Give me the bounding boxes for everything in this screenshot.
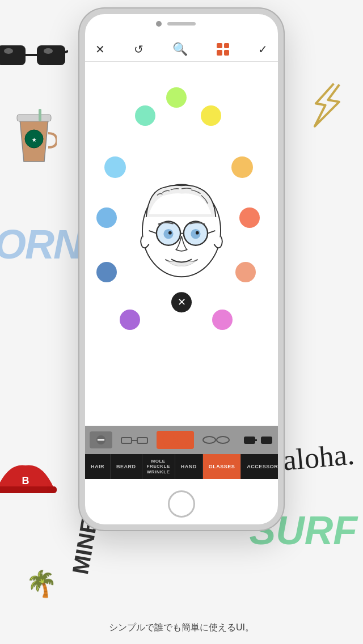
glasses-remove-option[interactable] xyxy=(90,431,112,448)
svg-point-21 xyxy=(168,231,172,235)
palm-decoration: 🌴 xyxy=(26,569,57,599)
svg-rect-4 xyxy=(0,45,26,65)
tab-beard[interactable]: BEARD xyxy=(111,454,142,479)
svg-line-10 xyxy=(65,48,68,52)
color-dot-skyblue[interactable] xyxy=(104,156,126,178)
svg-point-29 xyxy=(176,434,188,446)
tab-accessory[interactable]: ACCESSORY xyxy=(241,454,278,479)
svg-point-32 xyxy=(217,437,229,443)
color-dot-purple[interactable] xyxy=(120,310,140,330)
grid-button[interactable] xyxy=(217,43,229,56)
color-dot-pink[interactable] xyxy=(212,310,233,330)
avatar-canvas: ✕ xyxy=(85,62,278,426)
color-dot-yellow[interactable] xyxy=(201,105,221,126)
svg-point-28 xyxy=(163,434,174,446)
glasses-option-round[interactable] xyxy=(157,431,194,449)
color-dot-salmon[interactable] xyxy=(239,207,260,228)
svg-point-31 xyxy=(203,437,216,443)
bottom-description: シンプルで誰でも簡単に使えるUI。 xyxy=(0,622,363,634)
face-illustration: ✕ xyxy=(125,176,238,301)
color-dot-green[interactable] xyxy=(166,87,187,108)
color-dot-steelblue[interactable] xyxy=(96,262,117,282)
svg-text:B: B xyxy=(22,475,29,486)
tab-hair[interactable]: HAIR xyxy=(85,454,111,479)
app-toolbar: ✕ ↺ 🔍 ✓ xyxy=(85,37,278,62)
svg-rect-0 xyxy=(17,115,51,121)
phone-wrapper: ✕ ↺ 🔍 ✓ xyxy=(79,9,284,530)
svg-rect-11 xyxy=(0,486,57,493)
tab-glasses[interactable]: GLASSES xyxy=(203,454,242,479)
svg-rect-37 xyxy=(250,439,257,441)
svg-rect-35 xyxy=(261,437,272,444)
svg-point-22 xyxy=(196,231,199,235)
hat-decoration: B xyxy=(0,457,57,497)
confirm-button[interactable]: ✓ xyxy=(258,43,268,56)
tab-mole[interactable]: MOLEFRECKLEWRINKLE xyxy=(142,454,175,479)
aloha-decoration: aloha. xyxy=(282,438,356,477)
glasses-option-thinrect[interactable] xyxy=(116,431,153,448)
glasses-option-thick[interactable] xyxy=(238,431,278,448)
svg-rect-5 xyxy=(37,45,65,65)
phone-frame: ✕ ↺ 🔍 ✓ xyxy=(79,9,284,530)
close-button[interactable]: ✕ xyxy=(95,43,105,56)
phone-screen: ✕ ↺ 🔍 ✓ xyxy=(85,37,278,479)
svg-point-20 xyxy=(191,229,200,239)
sunglasses-decoration xyxy=(0,34,68,79)
search-button[interactable]: 🔍 xyxy=(172,42,188,57)
glasses-option-oval[interactable] xyxy=(197,431,235,448)
svg-point-7 xyxy=(4,48,13,54)
svg-rect-3 xyxy=(39,109,41,121)
color-dot-blue[interactable] xyxy=(96,207,117,228)
svg-point-8 xyxy=(44,48,53,54)
category-tabs-bar: HAIR BEARD MOLEFRECKLEWRINKLE HAND GLASS… xyxy=(85,454,278,479)
lightning-decoration xyxy=(301,77,345,144)
color-dot-mint[interactable] xyxy=(135,105,155,126)
glasses-selector-bar xyxy=(85,426,278,454)
phone-speaker xyxy=(167,22,196,26)
undo-button[interactable]: ↺ xyxy=(134,43,143,56)
coffee-decoration: ★ xyxy=(11,108,62,176)
deselect-button[interactable]: ✕ xyxy=(171,292,192,312)
home-button[interactable] xyxy=(168,490,195,518)
svg-point-19 xyxy=(163,229,173,239)
color-dot-peach[interactable] xyxy=(235,262,256,282)
svg-rect-25 xyxy=(121,438,132,443)
svg-rect-26 xyxy=(137,438,147,443)
svg-point-1 xyxy=(25,130,43,148)
phone-camera xyxy=(156,21,162,27)
svg-text:★: ★ xyxy=(32,137,37,143)
tab-hand[interactable]: HAND xyxy=(175,454,203,479)
